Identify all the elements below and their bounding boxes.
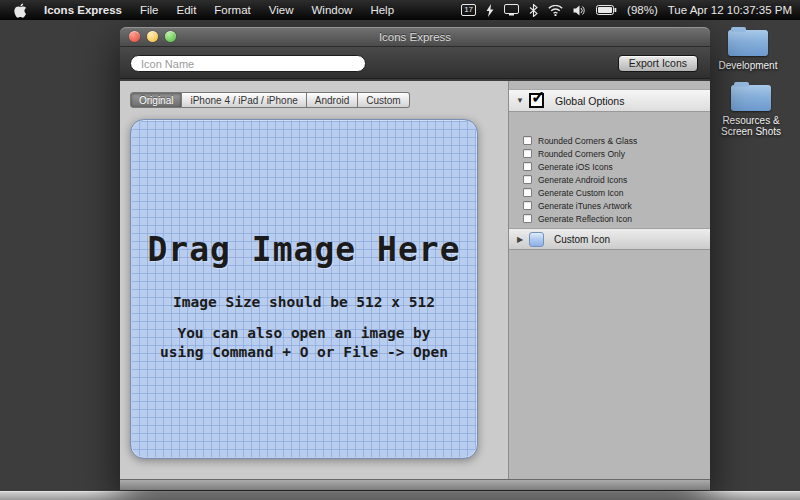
apple-menu-icon[interactable]	[10, 3, 35, 18]
global-options-header[interactable]: ▼ ✓ Global Options	[509, 89, 710, 112]
drop-area-subtitle: Image Size should be 512 x 512	[131, 294, 477, 310]
export-icons-button[interactable]: Export Icons	[618, 55, 698, 72]
battery-icon[interactable]	[596, 5, 617, 15]
icon-name-input[interactable]	[130, 55, 366, 72]
menu-edit[interactable]: Edit	[168, 0, 206, 20]
battery-percent[interactable]: (98%)	[627, 4, 658, 16]
window-content: Original iPhone 4 / iPad / iPhone Androi…	[120, 81, 710, 479]
options-list: Rounded Corners & Glass Rounded Corners …	[509, 134, 710, 225]
desktop-icon-label: Development	[709, 60, 787, 71]
disclosure-right-icon[interactable]: ▶	[514, 235, 526, 244]
device-segmented-control: Original iPhone 4 / iPad / iPhone Androi…	[130, 92, 410, 108]
menu-window[interactable]: Window	[302, 0, 361, 20]
checkbox[interactable]	[523, 201, 532, 210]
option-row-rounded-corners-only[interactable]: Rounded Corners Only	[509, 147, 710, 160]
dock-edge	[0, 491, 800, 500]
window-title: Icons Express	[120, 31, 710, 43]
disclosure-down-icon[interactable]: ▼	[514, 96, 526, 105]
folder-icon	[731, 85, 771, 111]
checkbox[interactable]	[523, 188, 532, 197]
checkbox[interactable]	[523, 162, 532, 171]
wifi-icon[interactable]	[548, 5, 563, 16]
checkbox[interactable]	[523, 136, 532, 145]
option-row-generate-custom[interactable]: Generate Custom Icon	[509, 186, 710, 199]
option-row-generate-ios[interactable]: Generate iOS Icons	[509, 160, 710, 173]
menu-view[interactable]: View	[260, 0, 303, 20]
folder-icon	[728, 30, 768, 56]
tab-custom[interactable]: Custom	[358, 92, 409, 108]
volume-icon[interactable]	[573, 5, 586, 16]
global-options-label: Global Options	[555, 95, 624, 107]
custom-icon-row[interactable]: ▶ Custom Icon	[509, 228, 710, 250]
custom-icon-label: Custom Icon	[554, 234, 610, 245]
icons-express-window: Icons Express Export Icons Original iPho…	[120, 27, 710, 490]
drop-hint-line1: You can also open an image by	[131, 324, 477, 343]
menu-app-name[interactable]: Icons Express	[35, 0, 131, 20]
window-toolbar: Export Icons	[120, 47, 710, 79]
image-drop-area[interactable]: Drag Image Here Image Size should be 512…	[130, 119, 478, 459]
main-pane: Original iPhone 4 / iPad / iPhone Androi…	[120, 81, 508, 479]
window-bottom-bar	[120, 479, 710, 490]
checkbox[interactable]	[523, 175, 532, 184]
input-source-badge[interactable]: 17	[461, 4, 476, 16]
menu-clock[interactable]: Tue Apr 12 10:37:35 PM	[668, 4, 792, 16]
drop-area-title: Drag Image Here	[131, 230, 477, 269]
global-options-checkbox[interactable]: ✓	[529, 93, 544, 108]
option-row-rounded-corners-glass[interactable]: Rounded Corners & Glass	[509, 134, 710, 147]
traffic-lights	[120, 31, 176, 42]
charging-bolt-icon[interactable]	[486, 4, 494, 17]
checkbox[interactable]	[523, 149, 532, 158]
desktop-icon-label: Resources & Screen Shots	[712, 115, 790, 137]
window-titlebar[interactable]: Icons Express	[120, 27, 710, 47]
desktop-icon-resources[interactable]: Resources & Screen Shots	[712, 85, 790, 137]
menu-bar-left: Icons Express File Edit Format View Wind…	[0, 0, 403, 20]
menu-help[interactable]: Help	[361, 0, 403, 20]
options-sidebar: ▼ ✓ Global Options Rounded Corners & Gla…	[508, 81, 710, 479]
minimize-button[interactable]	[147, 31, 158, 42]
zoom-button[interactable]	[165, 31, 176, 42]
menu-file[interactable]: File	[131, 0, 168, 20]
display-icon[interactable]	[504, 4, 519, 16]
menu-bar: Icons Express File Edit Format View Wind…	[0, 0, 800, 20]
drop-area-hint: You can also open an image by using Comm…	[131, 324, 477, 362]
option-row-generate-android[interactable]: Generate Android Icons	[509, 173, 710, 186]
close-button[interactable]	[129, 31, 140, 42]
desktop-icon-development[interactable]: Development	[709, 30, 787, 71]
menu-bar-status: 17 (98%) Tue Apr 12 10:37:35 PM	[461, 4, 800, 17]
drop-hint-line2: using Command + O or File -> Open	[131, 343, 477, 362]
bluetooth-icon[interactable]	[529, 4, 538, 17]
menu-format[interactable]: Format	[205, 0, 259, 20]
checkmark-icon: ✓	[531, 87, 545, 108]
tab-iphone-ipad[interactable]: iPhone 4 / iPad / iPhone	[182, 92, 306, 108]
custom-icon-thumbnail	[529, 232, 544, 247]
tab-android[interactable]: Android	[307, 92, 358, 108]
tab-original[interactable]: Original	[130, 92, 182, 108]
checkbox[interactable]	[523, 214, 532, 223]
option-row-generate-reflection[interactable]: Generate Reflection Icon	[509, 212, 710, 225]
option-row-generate-itunes[interactable]: Generate iTunes Artwork	[509, 199, 710, 212]
